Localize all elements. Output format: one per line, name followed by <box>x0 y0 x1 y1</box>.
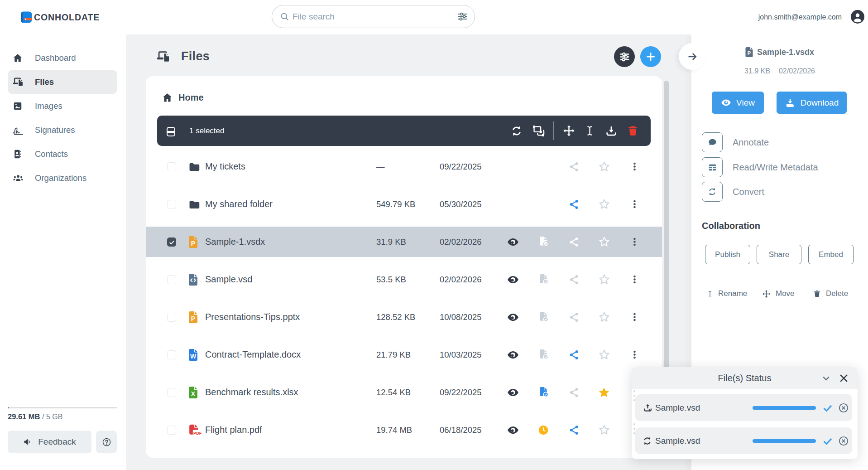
svg-text:X: X <box>191 390 196 397</box>
svg-text:PDF: PDF <box>193 431 201 436</box>
svg-text:P: P <box>191 315 195 322</box>
svg-text:W: W <box>190 352 197 359</box>
svg-text:P: P <box>191 239 195 247</box>
svg-text:P: P <box>748 50 751 56</box>
